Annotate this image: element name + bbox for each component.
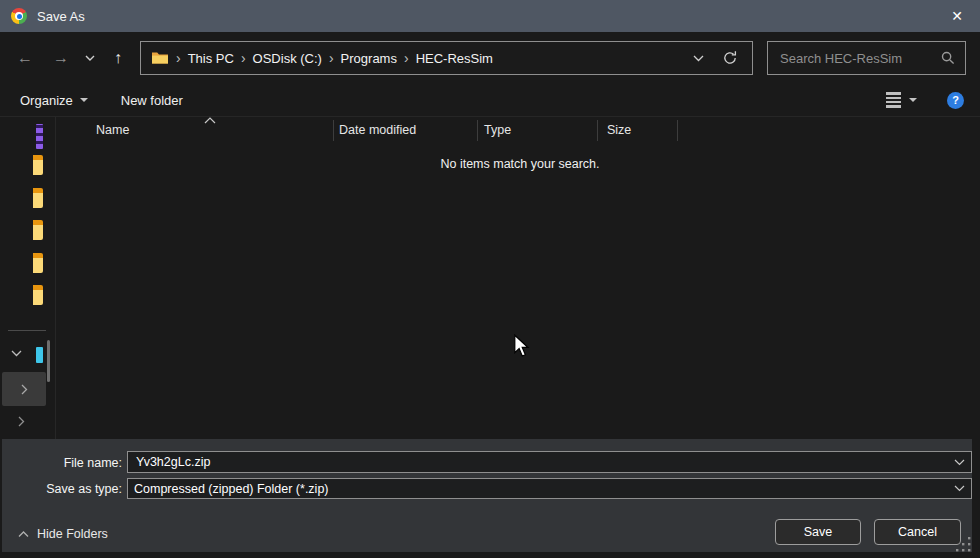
sidebar-this-pc-icon[interactable] xyxy=(36,347,43,363)
hide-folders-label: Hide Folders xyxy=(37,527,108,541)
sidebar-tree-item[interactable] xyxy=(2,372,46,406)
back-arrow-icon: ← xyxy=(17,49,33,67)
help-icon: ? xyxy=(947,92,964,109)
change-view-button[interactable] xyxy=(886,92,901,108)
sidebar-folder-icon[interactable] xyxy=(33,220,43,240)
sidebar-folder-icon[interactable] xyxy=(33,155,43,175)
organize-label: Organize xyxy=(20,93,73,108)
breadcrumb-chevron[interactable]: › xyxy=(404,51,409,65)
address-bar[interactable]: › This PC › OSDisk (C:) › Programs › HEC… xyxy=(140,41,753,75)
sidebar-folder-icon[interactable] xyxy=(33,253,43,273)
column-resize-handle[interactable] xyxy=(677,120,678,141)
sidebar-section-divider xyxy=(8,330,46,331)
column-resize-handle[interactable] xyxy=(597,120,598,141)
column-header-date-modified[interactable]: Date modified xyxy=(339,123,416,137)
hide-folders-button[interactable]: Hide Folders xyxy=(18,527,108,541)
chevron-down-icon xyxy=(954,485,965,492)
breadcrumb-segment-programs[interactable]: Programs xyxy=(341,51,397,66)
cancel-button-label: Cancel xyxy=(898,525,937,539)
new-folder-button[interactable]: New folder xyxy=(121,93,183,108)
sidebar-folder-icon[interactable] xyxy=(33,285,43,305)
file-name-field[interactable] xyxy=(127,451,972,473)
close-button[interactable]: ✕ xyxy=(934,0,980,32)
view-options-dropdown[interactable] xyxy=(909,98,917,102)
close-icon: ✕ xyxy=(951,8,963,24)
chevron-down-icon xyxy=(80,98,88,102)
help-button[interactable]: ? xyxy=(947,92,964,109)
tree-collapsed-chevron-icon[interactable] xyxy=(18,416,25,427)
breadcrumb-chevron[interactable]: › xyxy=(241,51,246,65)
resize-grip[interactable] xyxy=(954,535,972,553)
details-view-icon xyxy=(886,92,901,108)
breadcrumb-chevron[interactable]: › xyxy=(176,51,181,65)
up-arrow-icon: ↑ xyxy=(114,49,122,67)
tree-collapsed-chevron-icon xyxy=(21,384,28,395)
save-as-type-select[interactable]: Compressed (zipped) Folder (*.zip) xyxy=(127,478,972,499)
breadcrumb-segment-osdisk[interactable]: OSDisk (C:) xyxy=(253,51,322,66)
empty-results-message: No items match your search. xyxy=(340,157,700,171)
cancel-button[interactable]: Cancel xyxy=(874,519,961,545)
up-button[interactable]: ↑ xyxy=(102,42,134,74)
breadcrumb-chevron[interactable]: › xyxy=(329,51,334,65)
tree-expanded-chevron-icon[interactable] xyxy=(11,350,22,357)
chevron-down-icon[interactable] xyxy=(954,459,965,466)
mouse-cursor xyxy=(512,334,532,358)
column-header-name[interactable]: Name xyxy=(96,123,129,137)
organize-button[interactable]: Organize xyxy=(20,93,88,108)
save-button-label: Save xyxy=(804,525,833,539)
file-name-input[interactable] xyxy=(134,454,954,470)
command-toolbar: Organize New folder ? xyxy=(0,84,980,117)
sidebar-folder-icon[interactable] xyxy=(33,188,43,208)
address-dropdown-chevron-icon[interactable] xyxy=(693,55,704,62)
search-input[interactable] xyxy=(778,50,941,67)
chevron-up-icon xyxy=(18,531,29,538)
back-button[interactable]: ← xyxy=(8,42,42,74)
breadcrumb-segment-this-pc[interactable]: This PC xyxy=(188,51,234,66)
forward-arrow-icon: → xyxy=(53,49,69,67)
forward-button[interactable]: → xyxy=(44,42,78,74)
breadcrumb-segment-hec-ressim[interactable]: HEC-ResSim xyxy=(416,51,493,66)
column-resize-handle[interactable] xyxy=(333,120,334,141)
chevron-down-icon xyxy=(909,98,917,102)
sidebar-pinned-icon[interactable] xyxy=(36,124,43,149)
sidebar-divider xyxy=(55,117,56,439)
column-resize-handle[interactable] xyxy=(477,120,478,141)
column-header-size[interactable]: Size xyxy=(607,123,631,137)
sidebar-scrollbar-thumb[interactable] xyxy=(47,340,50,382)
recent-locations-button[interactable] xyxy=(78,42,102,74)
sort-ascending-icon xyxy=(204,117,216,124)
search-box[interactable] xyxy=(767,41,966,75)
save-as-dialog: Save As ✕ ← → ↑ › This PC › OSDisk (C:) … xyxy=(0,0,980,558)
save-as-type-label: Save as type: xyxy=(2,482,122,496)
search-icon[interactable] xyxy=(941,51,955,65)
chrome-app-icon xyxy=(11,8,27,24)
save-as-type-value: Compressed (zipped) Folder (*.zip) xyxy=(134,482,954,496)
window-title: Save As xyxy=(37,9,85,24)
titlebar[interactable]: Save As ✕ xyxy=(0,0,980,32)
refresh-icon[interactable] xyxy=(722,50,738,66)
new-folder-label: New folder xyxy=(121,93,183,108)
column-header-type[interactable]: Type xyxy=(484,123,511,137)
save-button[interactable]: Save xyxy=(775,519,861,545)
file-name-label: File name: xyxy=(2,456,122,470)
chevron-down-icon xyxy=(85,55,95,61)
folder-icon xyxy=(151,51,169,65)
